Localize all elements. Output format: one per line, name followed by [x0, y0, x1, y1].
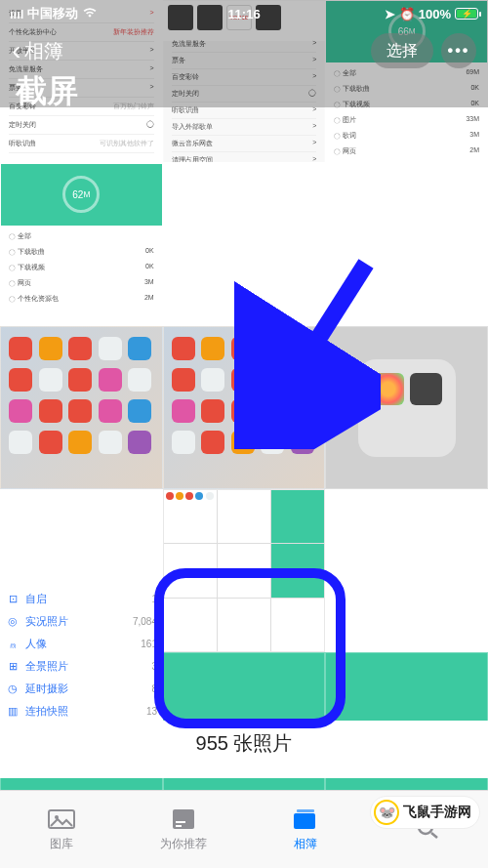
tab-foryou[interactable]: 为你推荐 [122, 791, 244, 868]
svg-rect-7 [297, 809, 314, 812]
thumbnail[interactable] [163, 163, 326, 326]
battery-pct: 100% [419, 7, 451, 21]
album-type-list: ⊡自启1 ◎实况照片7,084 ⍝人像161 ⊞全景照片3 ◷延时摄影8 ▥连拍… [0, 586, 163, 740]
tab-label: 为你推荐 [160, 836, 207, 852]
wifi-icon [82, 7, 98, 21]
thumbnail-featured[interactable] [163, 489, 326, 652]
album-row[interactable]: ▥连拍快照13 [4, 700, 159, 723]
clock: 11:16 [227, 7, 260, 21]
status-bar: ıııl 中国移动 11:16 ➤ ⏰ 100% ⚡ [0, 0, 488, 27]
timelapse-icon: ◷ [6, 682, 20, 695]
page-title: 截屏 [16, 70, 78, 113]
tab-label: 相簿 [294, 836, 317, 852]
thumbnail[interactable] [163, 326, 326, 489]
signal-icon: ıııl [10, 7, 23, 21]
back-chevron-icon[interactable]: ‹ [12, 37, 20, 64]
thumbnail[interactable] [325, 489, 488, 652]
thumbnail[interactable] [325, 326, 488, 489]
live-icon: ◎ [6, 615, 20, 628]
back-label[interactable]: 相簿 [24, 38, 63, 64]
tab-albums[interactable]: 相簿 [244, 791, 366, 868]
album-row[interactable]: ◷延时摄影8 [4, 678, 159, 700]
battery-icon: ⚡ [455, 8, 478, 20]
thumbnail[interactable]: 62M 全部 下载歌曲0K 下载视频0K 网页3M 个性化资源包2M [0, 163, 163, 326]
thumbnail[interactable] [0, 326, 163, 489]
album-row[interactable]: ⍝人像161 [4, 633, 159, 655]
brand-logo-icon: 🐭 [374, 800, 399, 825]
albums-icon [290, 806, 321, 832]
svg-rect-5 [176, 825, 182, 827]
header: ‹ 相簿 选择 ••• [0, 29, 488, 72]
watermark-brand: 🐭 飞鼠手游网 [370, 796, 480, 829]
album-row[interactable]: ⊞全景照片3 [4, 655, 159, 678]
tab-library[interactable]: 图库 [0, 791, 122, 868]
select-button[interactable]: 选择 [371, 33, 433, 68]
album-row[interactable]: ⊡自启1 [4, 588, 159, 610]
brand-label: 飞鼠手游网 [403, 804, 471, 821]
thumbnail[interactable] [325, 163, 488, 326]
location-icon: ➤ [385, 7, 395, 21]
library-icon [46, 806, 77, 832]
carrier-label: 中国移动 [27, 5, 78, 22]
album-row[interactable]: ◎实况照片7,084 [4, 610, 159, 633]
tab-label: 图库 [50, 836, 73, 852]
alarm-icon: ⏰ [399, 7, 415, 21]
burst-icon: ▥ [6, 705, 20, 718]
svg-rect-6 [294, 813, 315, 829]
svg-line-9 [431, 833, 437, 838]
square-icon: ⊡ [6, 593, 20, 605]
photo-count-summary: 955 张照片 [0, 721, 488, 778]
foryou-icon [168, 806, 199, 832]
portrait-icon: ⍝ [6, 639, 20, 650]
ellipsis-icon: ••• [448, 42, 470, 60]
pano-icon: ⊞ [6, 660, 20, 673]
svg-rect-4 [176, 821, 185, 823]
more-button[interactable]: ••• [441, 33, 476, 68]
